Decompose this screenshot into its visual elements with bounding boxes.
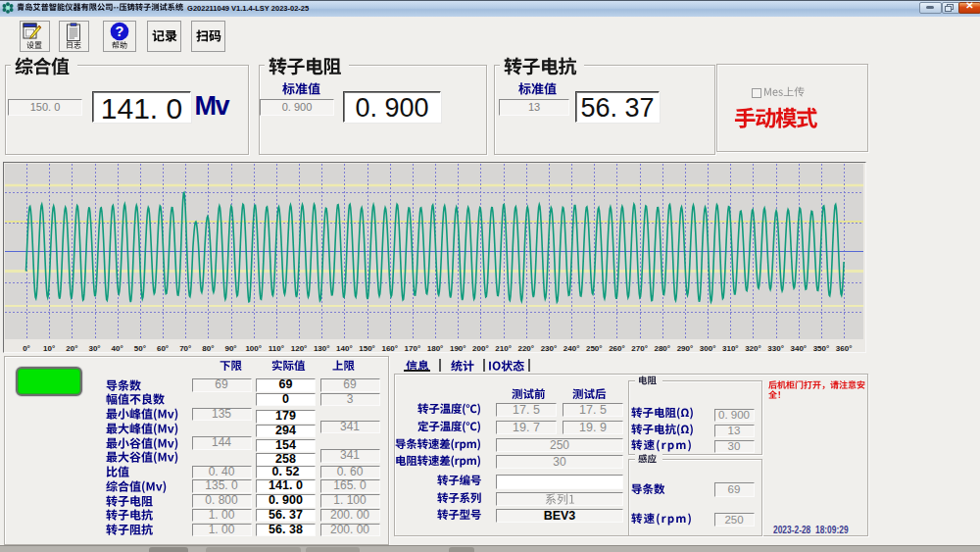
svg-text:?: ?: [116, 24, 124, 39]
